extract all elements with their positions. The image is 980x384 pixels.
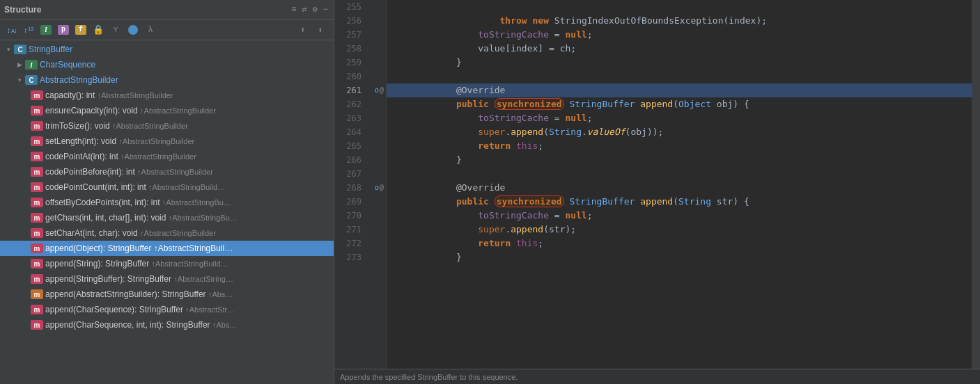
interface-icon: I	[25, 60, 38, 70]
gutter-cell	[373, 250, 386, 264]
line-number: 266	[334, 153, 367, 167]
collapse-button[interactable]: ⬆	[315, 22, 330, 38]
method-icon: m	[31, 320, 43, 330]
method-icon: m	[31, 182, 43, 192]
method-icon: m	[31, 274, 43, 284]
list-item[interactable]: m codePointAt(int): int ↑AbstractStringB…	[0, 149, 334, 164]
gutter-override-marker[interactable]: o @	[373, 181, 386, 195]
structure-title: Structure	[4, 5, 41, 15]
method-icon: m	[31, 305, 43, 314]
show-interface-button[interactable]: I	[38, 22, 54, 38]
list-item[interactable]: m codePointCount(int, int): int ↑Abstrac…	[0, 179, 334, 195]
list-item[interactable]: m capacity(): int ↑AbstractStringBuilder	[0, 88, 334, 103]
list-item[interactable]: m offsetByCodePoints(int, int): int ↑Abs…	[0, 195, 334, 210]
gutter-cell	[373, 237, 386, 250]
structure-header: Structure ≡ ⇄ ⚙ −	[0, 0, 334, 19]
show-field-button[interactable]: f	[73, 22, 88, 38]
line-number: 273	[334, 250, 367, 264]
list-item[interactable]: m append(AbstractStringBuilder): StringB…	[0, 287, 334, 302]
code-content: 255 256 257 258 259 260 261 262 263 264 …	[334, 0, 980, 369]
line-number: 272	[334, 237, 367, 250]
gutter-cell	[373, 139, 386, 153]
expand-arrow: ▶	[14, 61, 25, 68]
settings-icon[interactable]: ⚙	[311, 3, 319, 16]
list-item[interactable]: m append(CharSequence): StringBuffer ↑Ab…	[0, 302, 334, 317]
list-item[interactable]: m codePointBefore(int): int ↑AbstractStr…	[0, 164, 334, 179]
group-by-icon[interactable]: ≡	[290, 3, 297, 16]
code-lines[interactable]: throw new StringIndexOutOfBoundsExceptio…	[387, 0, 972, 369]
code-line-255: throw new StringIndexOutOfBoundsExceptio…	[387, 0, 972, 14]
method-icon: m	[31, 106, 43, 115]
gutter-cell	[373, 223, 386, 237]
list-item[interactable]: ▾ C AbstractStringBuilder	[0, 72, 334, 88]
line-number: 255	[334, 0, 367, 14]
list-item[interactable]: m append(Object): StringBuffer ↑Abstract…	[0, 241, 334, 256]
annotation-icon: @	[380, 87, 384, 95]
class-icon: C	[25, 75, 38, 85]
show-inherited-button[interactable]: Y	[108, 22, 123, 38]
svg-text:↕: ↕	[6, 26, 11, 35]
vertical-scrollbar[interactable]	[972, 0, 980, 369]
list-item[interactable]: m append(String): StringBuffer ↑Abstract…	[0, 256, 334, 271]
header-icons: ≡ ⇄ ⚙ −	[290, 3, 329, 16]
line-numbers: 255 256 257 258 259 260 261 262 263 264 …	[334, 0, 373, 369]
gutter-cell	[373, 0, 386, 14]
show-non-public-button[interactable]: 🔒	[91, 22, 106, 38]
class-icon: C	[14, 45, 26, 54]
toolbar-row: ↕ AZ ↕ 12 I p f 🔒 Y λ ⬇ ⬆	[0, 19, 334, 40]
line-number: 267	[334, 167, 367, 181]
gutter: o @ o @	[373, 0, 387, 369]
line-number: 263	[334, 111, 367, 125]
method-icon: m	[31, 243, 43, 253]
show-anonymous-button[interactable]	[125, 22, 141, 38]
code-line-267: @Override	[387, 167, 972, 181]
list-item[interactable]: m setCharAt(int, char): void ↑AbstractSt…	[0, 225, 334, 241]
list-item[interactable]: m append(StringBuffer): StringBuffer ↑Ab…	[0, 271, 334, 287]
line-number: 258	[334, 42, 367, 56]
list-item[interactable]: m ensureCapacity(int): void ↑AbstractStr…	[0, 103, 334, 118]
gutter-cell	[373, 28, 386, 42]
gutter-override-marker[interactable]: o @	[373, 83, 386, 97]
line-number: 256	[334, 14, 367, 28]
method-icon: m	[31, 259, 43, 269]
method-icon: m	[31, 228, 43, 238]
svg-text:12: 12	[28, 26, 33, 32]
sort-icon[interactable]: ⇄	[300, 3, 308, 16]
gutter-cell	[373, 167, 386, 181]
gutter-cell	[373, 209, 386, 223]
gutter-cell	[373, 111, 386, 125]
expand-button[interactable]: ⬇	[297, 22, 313, 38]
bottom-hint: Appends the specified StringBuffer to th…	[334, 369, 980, 384]
method-icon: m	[31, 198, 43, 207]
list-item[interactable]: m trimToSize(): void ↑AbstractStringBuil…	[0, 118, 334, 134]
list-item[interactable]: ▾ C StringBuffer	[0, 42, 334, 57]
show-lambda-button[interactable]: λ	[143, 22, 158, 38]
sort-visibility-button[interactable]: ↕ 12	[21, 22, 36, 38]
line-number: 259	[334, 56, 367, 70]
expand-arrow: ▾	[3, 46, 14, 53]
method-icon: m	[31, 90, 43, 100]
sort-alphabetically-button[interactable]: ↕ AZ	[3, 22, 19, 38]
gutter-cell	[373, 70, 386, 83]
line-number: 265	[334, 139, 367, 153]
method-icon: m	[31, 152, 43, 161]
close-icon[interactable]: −	[322, 3, 329, 16]
annotation-icon: @	[380, 184, 384, 192]
expand-arrow: ▾	[14, 77, 25, 83]
list-item[interactable]: m append(CharSequence, int, int): String…	[0, 317, 334, 333]
method-icon: m	[31, 289, 43, 299]
method-icon: m	[31, 167, 43, 177]
list-item[interactable]: m getChars(int, int, char[], int): void …	[0, 210, 334, 225]
svg-text:AZ: AZ	[11, 28, 16, 34]
list-item[interactable]: m setLength(int): void ↑AbstractStringBu…	[0, 134, 334, 149]
line-number: 269	[334, 195, 367, 209]
code-line-260: @Override	[387, 70, 972, 83]
list-item[interactable]: ▶ I CharSequence	[0, 57, 334, 72]
gutter-cell	[373, 14, 386, 28]
gutter-cell	[373, 56, 386, 70]
gutter-cell	[373, 153, 386, 167]
line-number: 268	[334, 181, 367, 195]
structure-panel: Structure ≡ ⇄ ⚙ − ↕ AZ ↕ 12 I p f	[0, 0, 334, 384]
gutter-cell	[373, 42, 386, 56]
show-property-button[interactable]: p	[56, 22, 71, 38]
